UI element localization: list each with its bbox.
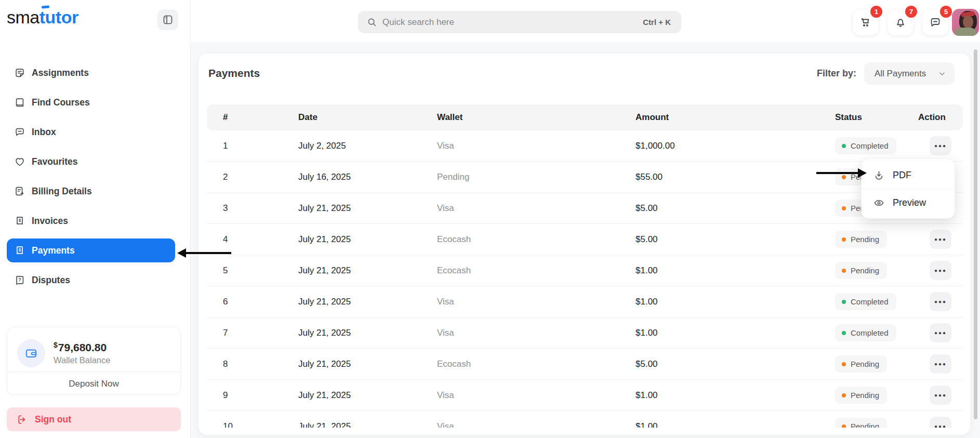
cell-amount: $1,000.00	[635, 141, 835, 151]
cell-amount: $5.00	[635, 359, 835, 369]
status-dot	[842, 237, 846, 242]
status-dot	[842, 362, 846, 366]
cell-wallet: Ecocash	[437, 266, 635, 276]
table-row: 8July 21, 2025Ecocash$5.00Pending●●●	[207, 349, 963, 380]
row-actions-button[interactable]: ●●●	[930, 261, 951, 280]
eye-icon	[873, 197, 885, 209]
menu-item-preview[interactable]: Preview	[862, 189, 955, 217]
notifications-button[interactable]: 7	[887, 9, 914, 36]
bell-icon	[894, 16, 907, 29]
table-header: # Date Wallet Amount Status Action	[207, 104, 963, 130]
notifications-badge: 7	[905, 6, 917, 18]
user-avatar[interactable]	[952, 9, 979, 36]
column-header-action: Action	[918, 112, 963, 123]
wallet-balance-card: $79,680.80 Wallet Balance Deposit Now	[7, 327, 181, 395]
sidebar-nav: Assignments Find Courses Inbox	[7, 61, 175, 298]
cell-amount: $1.00	[635, 328, 835, 338]
cart-button[interactable]: 1	[852, 9, 879, 36]
logout-icon	[16, 414, 28, 426]
menu-item-label: Preview	[893, 197, 926, 208]
search-icon	[366, 17, 377, 28]
column-header-wallet: Wallet	[437, 112, 635, 123]
payments-filter-dropdown[interactable]: All Payments	[864, 62, 955, 85]
cart-icon	[859, 16, 872, 29]
sidebar-item-invoices[interactable]: $ Invoices	[7, 209, 175, 233]
sidebar-item-label: Payments	[32, 245, 75, 256]
table-row: 7July 21, 2025Visa$1.00Completed●●●	[207, 317, 963, 349]
sign-out-button[interactable]: Sign out	[7, 407, 181, 431]
status-badge: Pending	[835, 418, 887, 428]
row-actions-button[interactable]: ●●●	[930, 323, 951, 342]
sidebar-item-label: Assignments	[32, 68, 89, 78]
column-header-date: Date	[298, 112, 437, 123]
sidebar-item-find-courses[interactable]: Find Courses	[7, 90, 175, 114]
cell-action: ●●●	[918, 354, 963, 374]
status-label: Pending	[851, 360, 879, 368]
cell-amount: $1.00	[635, 421, 835, 428]
row-actions-button[interactable]: ●●●	[930, 230, 951, 249]
cell-number: 5	[223, 266, 298, 276]
row-actions-button[interactable]: ●●●	[930, 292, 951, 311]
cell-date: July 21, 2025	[298, 266, 437, 276]
cell-wallet: Visa	[437, 141, 635, 151]
sidebar-item-favourites[interactable]: Favourites	[7, 150, 175, 174]
chevron-down-icon	[938, 70, 946, 78]
cell-amount: $1.00	[635, 266, 835, 276]
cell-wallet: Visa	[437, 297, 635, 307]
cell-date: July 21, 2025	[298, 390, 437, 401]
cell-action: ●●●	[918, 230, 963, 249]
deposit-now-button[interactable]: Deposit Now	[7, 372, 180, 395]
svg-text:$: $	[19, 218, 21, 223]
search-shortcut-hint: Ctrl + K	[643, 18, 671, 26]
cell-wallet: Visa	[437, 421, 635, 428]
row-actions-button[interactable]: ●●●	[930, 386, 951, 405]
sidebar-item-disputes[interactable]: ? Disputes	[7, 268, 175, 292]
cell-status: Pending	[835, 262, 918, 279]
cell-status: Completed	[835, 324, 918, 341]
status-badge: Pending	[835, 262, 887, 279]
status-dot	[842, 300, 846, 304]
sidebar-item-assignments[interactable]: Assignments	[7, 61, 175, 85]
chat-icon	[929, 16, 942, 29]
filter-selected-value: All Payments	[875, 69, 926, 79]
menu-item-pdf[interactable]: PDF	[862, 162, 955, 189]
cell-wallet: Ecocash	[437, 234, 635, 245]
row-actions-button[interactable]: ●●●	[930, 136, 951, 155]
cell-amount: $1.00	[635, 390, 835, 401]
row-action-menu: PDF Preview	[861, 158, 955, 219]
search-input[interactable]	[382, 17, 638, 28]
table-row: 6July 21, 2025Visa$1.00Completed●●●	[207, 286, 963, 317]
sidebar-collapse-button[interactable]	[157, 9, 178, 30]
cell-date: July 21, 2025	[298, 297, 437, 307]
sidebar-item-payments[interactable]: $ Payments	[7, 238, 175, 262]
sidebar-item-billing-details[interactable]: Billing Details	[7, 179, 175, 203]
row-actions-button[interactable]: ●●●	[930, 354, 951, 374]
status-badge: Pending	[835, 231, 887, 248]
status-label: Completed	[851, 328, 889, 337]
filter-by-label: Filter by:	[817, 68, 856, 79]
column-header-amount: Amount	[635, 112, 835, 123]
status-badge: Completed	[835, 324, 896, 341]
wallet-balance-label: Wallet Balance	[54, 355, 110, 365]
scrollbar[interactable]	[974, 49, 977, 419]
cell-date: July 21, 2025	[298, 359, 437, 369]
sidebar-item-inbox[interactable]: Inbox	[7, 120, 175, 144]
sidebar-item-label: Billing Details	[32, 186, 92, 197]
cell-action: ●●●	[918, 136, 963, 155]
sidebar-item-label: Find Courses	[32, 97, 90, 108]
search-bar[interactable]: Ctrl + K	[358, 11, 681, 33]
currency-symbol: $	[54, 341, 58, 349]
sidebar: smatutor Assignments	[0, 0, 191, 438]
cell-amount: $5.00	[635, 203, 835, 214]
disputes-icon: ?	[14, 274, 25, 286]
row-actions-button[interactable]: ●●●	[930, 417, 951, 428]
inbox-icon	[14, 126, 25, 138]
cell-number: 9	[223, 390, 298, 401]
cart-badge: 1	[870, 6, 882, 18]
cell-number: 6	[223, 297, 298, 307]
logo-text-sma: sma	[7, 7, 39, 27]
table-row: 3July 21, 2025Visa$5.00Pending●●●	[207, 193, 963, 224]
status-dot	[842, 331, 846, 335]
messages-button[interactable]: 5	[922, 9, 949, 36]
cell-status: Pending	[835, 355, 918, 373]
